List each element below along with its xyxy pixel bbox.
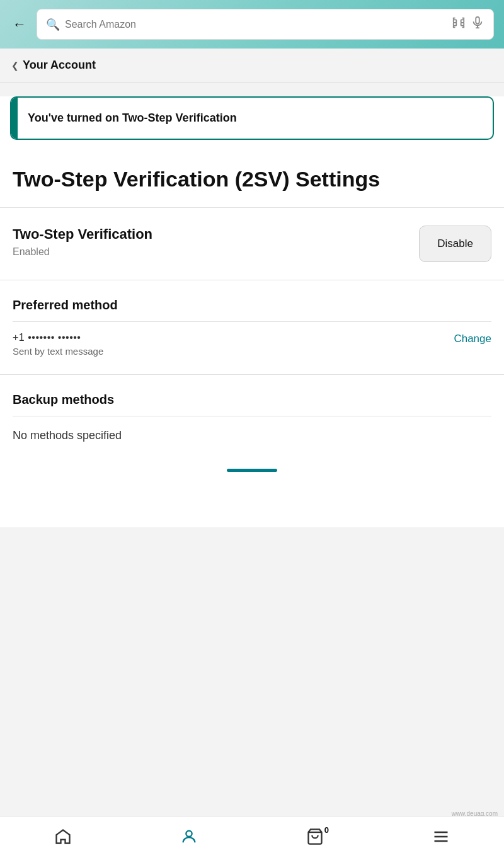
svg-point-7 <box>186 831 192 837</box>
breadcrumb-label: Your Account <box>23 59 96 72</box>
verification-banner: You've turned on Two-Step Verification <box>10 96 494 140</box>
page-title: Two-Step Verification (2SV) Settings <box>0 154 504 207</box>
preferred-method-section: Preferred method +1 ••••••• •••••• Sent … <box>0 280 504 374</box>
account-icon <box>180 828 198 850</box>
nav-cart-button[interactable]: 0 <box>294 825 336 852</box>
phone-row: +1 ••••••• •••••• Sent by text message C… <box>13 332 491 357</box>
banner-accent <box>11 98 18 139</box>
breadcrumb-chevron-icon: ❮ <box>11 60 19 71</box>
home-icon <box>54 828 72 850</box>
backup-methods-header: Backup methods <box>13 392 491 407</box>
bottom-nav: 0 <box>0 816 504 865</box>
search-bar[interactable]: 🔍 <box>37 9 494 40</box>
phone-number: +1 ••••••• •••••• <box>13 332 454 343</box>
nav-menu-button[interactable] <box>420 825 462 852</box>
two-step-section: Two-Step Verification Enabled Disable <box>0 208 504 280</box>
breadcrumb-bar[interactable]: ❮ Your Account <box>0 49 504 83</box>
cart-count: 0 <box>324 825 329 835</box>
scroll-pill <box>227 469 277 472</box>
phone-method: Sent by text message <box>13 346 454 357</box>
menu-icon <box>432 828 450 850</box>
scroll-indicator <box>0 460 504 477</box>
disable-button[interactable]: Disable <box>419 226 491 262</box>
back-arrow-icon: ← <box>13 16 26 33</box>
divider-5 <box>13 416 491 416</box>
search-icon: 🔍 <box>46 18 60 32</box>
two-step-label-group: Two-Step Verification Enabled <box>13 226 409 258</box>
divider-3 <box>13 321 491 322</box>
two-step-status: Enabled <box>13 246 409 258</box>
microphone-icon[interactable] <box>471 16 484 33</box>
no-methods-text: No methods specified <box>13 427 491 442</box>
camera-scan-icon[interactable] <box>452 16 466 33</box>
preferred-method-header: Preferred method <box>13 298 491 312</box>
two-step-label: Two-Step Verification <box>13 226 409 243</box>
back-button[interactable]: ← <box>10 14 29 35</box>
search-input[interactable] <box>65 19 447 30</box>
cart-icon: 0 <box>306 828 324 850</box>
svg-rect-4 <box>476 17 479 24</box>
phone-info: +1 ••••••• •••••• Sent by text message <box>13 332 454 357</box>
header: ← 🔍 <box>0 0 504 49</box>
svg-rect-2 <box>454 23 457 26</box>
nav-account-button[interactable] <box>168 825 210 852</box>
main-content: You've turned on Two-Step Verification T… <box>0 96 504 527</box>
backup-methods-section: Backup methods No methods specified <box>0 375 504 460</box>
nav-home-button[interactable] <box>42 825 84 852</box>
change-link[interactable]: Change <box>454 332 491 345</box>
two-step-row: Two-Step Verification Enabled Disable <box>13 226 491 262</box>
svg-rect-3 <box>461 23 464 26</box>
banner-text: You've turned on Two-Step Verification <box>24 112 480 125</box>
